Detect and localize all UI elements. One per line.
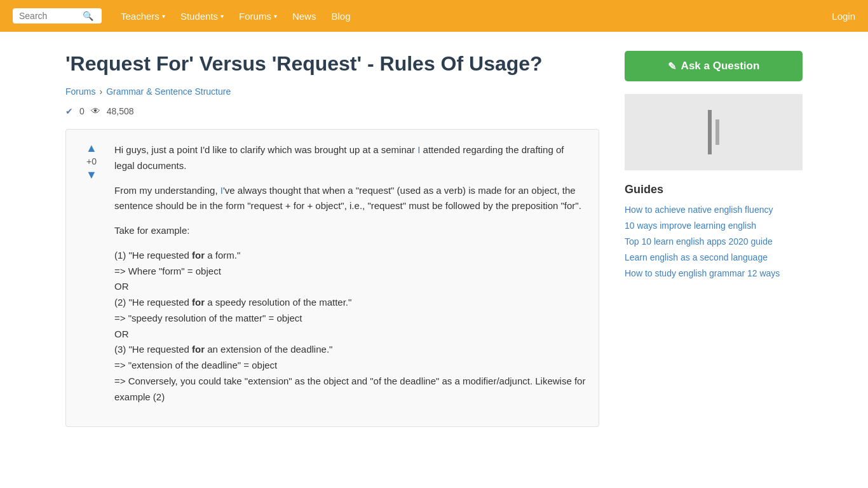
- vote-column: ▲ +0 ▼: [79, 142, 104, 414]
- views-icon: 👁: [91, 105, 100, 116]
- post-para-1: Hi guys, just a point I'd like to clarif…: [114, 142, 586, 174]
- list-item: How to achieve native english fluency: [625, 204, 803, 215]
- ask-question-button[interactable]: ✎ Ask a Question: [625, 51, 803, 81]
- ad-bar-1: [708, 110, 712, 154]
- vote-total: +0: [86, 156, 97, 166]
- post-para-3: Take for example:: [114, 223, 586, 239]
- post-para-4: (1) "He requested for a form." => Where …: [114, 248, 586, 405]
- vote-count: 0: [79, 106, 85, 116]
- guides-list: How to achieve native english fluency 10…: [625, 204, 803, 278]
- post-area: ▲ +0 ▼ Hi guys, just a point I'd like to…: [65, 129, 599, 427]
- views-count: 48,508: [107, 106, 134, 116]
- search-input[interactable]: [19, 11, 83, 21]
- search-box[interactable]: 🔍: [13, 8, 102, 24]
- post-para-2: From my understanding, I've always thoug…: [114, 183, 586, 215]
- vote-check-icon: ✔: [65, 106, 73, 116]
- guide-link-4[interactable]: Learn english as a second language: [625, 252, 768, 262]
- breadcrumb-forums-link[interactable]: Forums: [65, 86, 95, 97]
- guides-title: Guides: [625, 183, 803, 196]
- chevron-down-icon: ▾: [162, 13, 165, 20]
- list-item: Learn english as a second language: [625, 252, 803, 262]
- nav-links: Teachers ▾ Students ▾ Forums ▾ News Blog: [121, 11, 832, 22]
- search-icon: 🔍: [83, 11, 93, 21]
- page-title: 'Request For' Versus 'Request' - Rules O…: [65, 51, 599, 76]
- list-item: Top 10 learn english apps 2020 guide: [625, 236, 803, 247]
- post-body: Hi guys, just a point I'd like to clarif…: [114, 142, 586, 414]
- list-item: How to study english grammar 12 ways: [625, 268, 803, 278]
- breadcrumb-separator: ›: [99, 86, 102, 97]
- guide-link-5[interactable]: How to study english grammar 12 ways: [625, 268, 780, 278]
- meta-row: ✔ 0 👁 48,508: [65, 105, 599, 116]
- nav-teachers[interactable]: Teachers ▾: [121, 11, 165, 22]
- login-button[interactable]: Login: [832, 11, 855, 22]
- sidebar: ✎ Ask a Question Guides How to achieve n…: [625, 51, 803, 427]
- chevron-down-icon: ▾: [274, 13, 277, 20]
- highlight-i: I: [417, 144, 420, 155]
- list-item: 10 ways improve learning english: [625, 220, 803, 231]
- navbar: 🔍 Teachers ▾ Students ▾ Forums ▾ News Bl…: [0, 0, 868, 32]
- breadcrumb: Forums › Grammar & Sentence Structure: [65, 86, 599, 97]
- highlight-ive: I: [220, 185, 223, 196]
- guides-section: Guides How to achieve native english flu…: [625, 183, 803, 278]
- guide-link-2[interactable]: 10 ways improve learning english: [625, 220, 756, 231]
- breadcrumb-category-link[interactable]: Grammar & Sentence Structure: [106, 86, 231, 97]
- nav-blog[interactable]: Blog: [331, 11, 350, 22]
- vote-up-button[interactable]: ▲: [86, 142, 97, 154]
- nav-students[interactable]: Students ▾: [180, 11, 224, 22]
- nav-forums[interactable]: Forums ▾: [239, 11, 277, 22]
- vote-down-button[interactable]: ▼: [86, 169, 97, 180]
- main-content: 'Request For' Versus 'Request' - Rules O…: [65, 51, 599, 427]
- guide-link-3[interactable]: Top 10 learn english apps 2020 guide: [625, 236, 773, 247]
- guide-link-1[interactable]: How to achieve native english fluency: [625, 205, 773, 215]
- nav-news[interactable]: News: [292, 11, 316, 22]
- pencil-icon: ✎: [668, 60, 676, 72]
- ad-placeholder: [625, 94, 803, 170]
- chevron-down-icon: ▾: [220, 13, 224, 20]
- ad-bar-2: [715, 119, 719, 145]
